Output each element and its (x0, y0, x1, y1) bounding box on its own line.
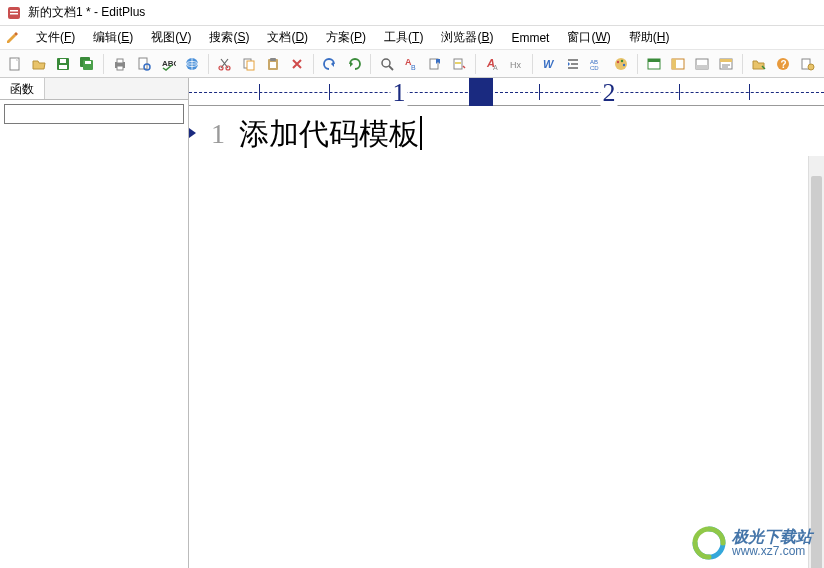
svg-text:B: B (411, 64, 416, 71)
svg-rect-2 (10, 13, 18, 15)
svg-text:CD: CD (590, 65, 599, 71)
svg-text:W: W (543, 58, 555, 70)
browser-button[interactable] (181, 53, 203, 75)
copy-button[interactable] (238, 53, 260, 75)
sidebar-search-input[interactable] (4, 104, 184, 124)
text-content[interactable]: 添加代码模板 (233, 106, 824, 568)
hex-button[interactable]: Hx (505, 53, 527, 75)
watermark-name: 极光下载站 (732, 528, 812, 546)
svg-point-25 (382, 59, 390, 67)
svg-rect-1 (10, 10, 18, 12)
scrollbar-thumb[interactable] (811, 176, 822, 568)
save-all-button[interactable] (76, 53, 98, 75)
menu-bar: 文件(F) 编辑(E) 视图(V) 搜索(S) 文档(D) 方案(P) 工具(T… (0, 26, 824, 50)
separator (532, 54, 533, 74)
highlight-button[interactable] (448, 53, 470, 75)
save-button[interactable] (52, 53, 74, 75)
svg-rect-12 (117, 66, 123, 70)
cliptext-button[interactable] (667, 53, 689, 75)
editor-area: 1 2 1 添加代码模板 (189, 78, 824, 568)
delete-button[interactable] (286, 53, 308, 75)
cut-button[interactable] (214, 53, 236, 75)
title-bar: 新的文档1 * - EditPlus (0, 0, 824, 26)
pencil-icon (4, 30, 20, 46)
separator (103, 54, 104, 74)
svg-rect-5 (60, 59, 66, 63)
menu-search[interactable]: 搜索(S) (201, 27, 257, 48)
print-button[interactable] (109, 53, 131, 75)
sidebar-tab-functions[interactable]: 函数 (0, 78, 45, 99)
redo-button[interactable] (343, 53, 365, 75)
autocomplete-button[interactable]: ABCD (586, 53, 608, 75)
svg-rect-9 (85, 61, 91, 64)
current-line-arrow-icon (189, 128, 196, 138)
app-icon (6, 5, 22, 21)
svg-point-38 (617, 60, 619, 62)
menu-window[interactable]: 窗口(W) (559, 27, 618, 48)
menu-file[interactable]: 文件(F) (28, 27, 83, 48)
watermark-url: www.xz7.com (732, 545, 812, 558)
output-button[interactable] (715, 53, 737, 75)
menu-project[interactable]: 方案(P) (318, 27, 374, 48)
separator (370, 54, 371, 74)
svg-rect-6 (59, 65, 67, 69)
svg-text:Hx: Hx (510, 60, 521, 70)
window-button[interactable] (643, 53, 665, 75)
folder-toggle-button[interactable] (748, 53, 770, 75)
separator (637, 54, 638, 74)
menu-tools[interactable]: 工具(T) (376, 27, 431, 48)
line-number: 1 (211, 118, 225, 149)
editor-body[interactable]: 1 添加代码模板 (189, 106, 824, 568)
ruler[interactable]: 1 2 (189, 78, 824, 106)
svg-rect-23 (270, 58, 276, 61)
toolbar: ABC AB AA Hx W ABCD ? (0, 50, 824, 78)
options-button[interactable] (796, 53, 818, 75)
watermark: 极光下载站 www.xz7.com (692, 526, 812, 560)
replace-button[interactable]: AB (400, 53, 422, 75)
ruler-mark-2: 2 (601, 78, 618, 108)
svg-rect-46 (696, 65, 708, 69)
paste-button[interactable] (262, 53, 284, 75)
svg-point-52 (808, 64, 814, 70)
spell-button[interactable]: ABC (157, 53, 179, 75)
svg-rect-48 (720, 59, 732, 62)
help-button[interactable]: ? (772, 53, 794, 75)
svg-point-37 (615, 58, 627, 70)
svg-rect-11 (117, 59, 123, 63)
svg-point-40 (623, 63, 625, 65)
svg-rect-24 (270, 62, 276, 68)
menu-view[interactable]: 视图(V) (143, 27, 199, 48)
svg-rect-44 (672, 59, 676, 69)
svg-rect-30 (455, 62, 461, 64)
indent-button[interactable] (562, 53, 584, 75)
ruler-mark-1: 1 (391, 78, 408, 108)
menu-browser[interactable]: 浏览器(B) (433, 27, 501, 48)
line-gutter: 1 (189, 106, 233, 568)
svg-text:?: ? (781, 59, 787, 70)
vertical-scrollbar[interactable] (808, 156, 824, 568)
sidebar-tabs: 函数 (0, 78, 188, 100)
palette-button[interactable] (610, 53, 632, 75)
menu-edit[interactable]: 编辑(E) (85, 27, 141, 48)
wordwrap-button[interactable]: W (538, 53, 560, 75)
undo-button[interactable] (319, 53, 341, 75)
new-file-button[interactable] (4, 53, 26, 75)
svg-text:A: A (493, 64, 498, 71)
window-title: 新的文档1 * - EditPlus (28, 4, 145, 21)
separator (313, 54, 314, 74)
bookmark-button[interactable] (424, 53, 446, 75)
menu-emmet[interactable]: Emmet (503, 29, 557, 47)
font-color-button[interactable]: AA (481, 53, 503, 75)
sidebar: 函数 (0, 78, 189, 568)
separator (742, 54, 743, 74)
menu-document[interactable]: 文档(D) (259, 27, 316, 48)
main-area: 函数 1 2 1 添加代码模板 (0, 78, 824, 568)
menu-help[interactable]: 帮助(H) (621, 27, 678, 48)
find-button[interactable] (376, 53, 398, 75)
watermark-logo-icon (692, 526, 726, 560)
directory-button[interactable] (691, 53, 713, 75)
svg-rect-21 (247, 61, 254, 70)
svg-point-39 (621, 59, 623, 61)
open-button[interactable] (28, 53, 50, 75)
print-preview-button[interactable] (133, 53, 155, 75)
